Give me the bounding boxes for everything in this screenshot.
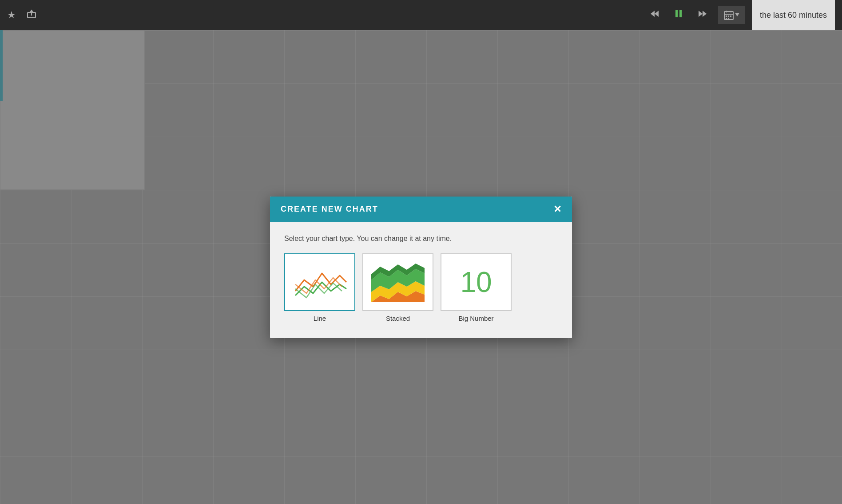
- big-number-value: 10: [460, 266, 492, 299]
- svg-marker-6: [699, 11, 703, 17]
- toolbar-right: the last 60 minutes: [646, 0, 835, 30]
- svg-rect-12: [726, 16, 727, 17]
- svg-rect-4: [675, 10, 678, 17]
- forward-button[interactable]: [694, 7, 711, 23]
- modal-close-button[interactable]: ✕: [553, 205, 561, 214]
- modal-header: CREATE NEW CHART ✕: [270, 197, 572, 222]
- stacked-chart-label: Stacked: [386, 315, 410, 322]
- svg-marker-7: [703, 11, 707, 17]
- svg-rect-5: [679, 10, 682, 17]
- svg-rect-13: [728, 16, 729, 17]
- modal-title: CREATE NEW CHART: [281, 205, 378, 214]
- chart-type-row: Line: [284, 253, 558, 322]
- big-number-label: Big Number: [458, 315, 493, 322]
- chart-type-stacked[interactable]: Stacked: [362, 253, 433, 322]
- create-chart-modal: CREATE NEW CHART ✕ Select your chart typ…: [270, 197, 572, 338]
- svg-marker-2: [651, 11, 655, 17]
- pause-button[interactable]: [670, 7, 687, 23]
- stacked-chart-thumbnail[interactable]: [362, 253, 433, 311]
- calendar-button[interactable]: [718, 6, 745, 24]
- svg-marker-3: [655, 11, 659, 17]
- line-chart-thumbnail[interactable]: [284, 253, 355, 311]
- chart-type-big-number[interactable]: 10 Big Number: [441, 253, 512, 322]
- modal-overlay: CREATE NEW CHART ✕ Select your chart typ…: [0, 30, 842, 504]
- time-range-label: the last 60 minutes: [752, 0, 835, 30]
- modal-body: Select your chart type. You can change i…: [270, 222, 572, 338]
- toolbar-left: ★: [7, 9, 36, 21]
- line-chart-label: Line: [314, 315, 326, 322]
- star-icon[interactable]: ★: [7, 9, 16, 21]
- svg-rect-14: [730, 16, 731, 17]
- svg-rect-16: [728, 18, 729, 19]
- rewind-button[interactable]: [646, 7, 663, 23]
- svg-marker-17: [735, 13, 739, 16]
- share-icon[interactable]: [27, 9, 36, 21]
- toolbar: ★: [0, 0, 842, 30]
- chart-type-line[interactable]: Line: [284, 253, 355, 322]
- big-number-thumbnail[interactable]: 10: [441, 253, 512, 311]
- modal-subtitle: Select your chart type. You can change i…: [284, 235, 558, 243]
- svg-rect-15: [726, 18, 727, 19]
